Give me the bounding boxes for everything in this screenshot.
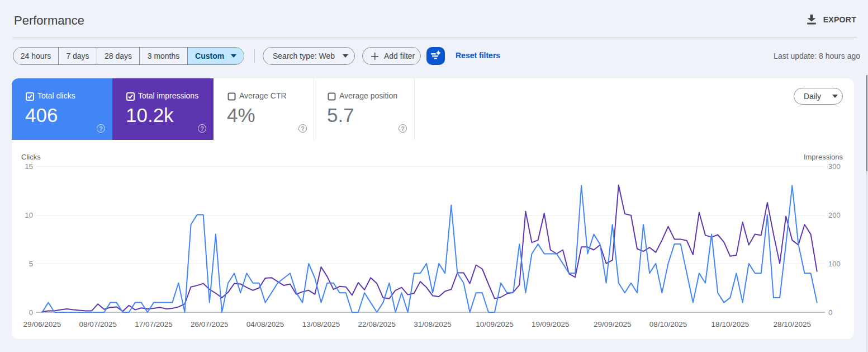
svg-text:28/10/2025: 28/10/2025 — [774, 320, 812, 328]
svg-text:10: 10 — [25, 211, 33, 219]
svg-text:22/08/2025: 22/08/2025 — [358, 320, 396, 328]
svg-text:18/10/2025: 18/10/2025 — [712, 320, 750, 328]
svg-text:13/08/2025: 13/08/2025 — [302, 320, 340, 328]
svg-text:17/07/2025: 17/07/2025 — [135, 320, 173, 328]
svg-text:Impressions: Impressions — [804, 153, 843, 161]
svg-text:15: 15 — [25, 162, 33, 171]
svg-text:31/08/2025: 31/08/2025 — [414, 320, 452, 328]
svg-text:29/09/2025: 29/09/2025 — [594, 320, 632, 328]
svg-text:0: 0 — [29, 308, 33, 317]
svg-text:26/07/2025: 26/07/2025 — [191, 320, 229, 328]
svg-text:04/08/2025: 04/08/2025 — [246, 320, 284, 328]
svg-text:200: 200 — [828, 211, 841, 219]
svg-text:19/09/2025: 19/09/2025 — [532, 320, 570, 328]
svg-text:08/07/2025: 08/07/2025 — [79, 320, 117, 328]
svg-text:5: 5 — [29, 260, 33, 268]
svg-text:100: 100 — [828, 260, 841, 268]
svg-text:300: 300 — [828, 162, 841, 171]
svg-text:08/10/2025: 08/10/2025 — [649, 320, 687, 328]
svg-text:0: 0 — [828, 308, 832, 317]
svg-text:10/09/2025: 10/09/2025 — [476, 320, 514, 328]
svg-text:29/06/2025: 29/06/2025 — [23, 320, 61, 328]
svg-text:Clicks: Clicks — [21, 153, 41, 161]
